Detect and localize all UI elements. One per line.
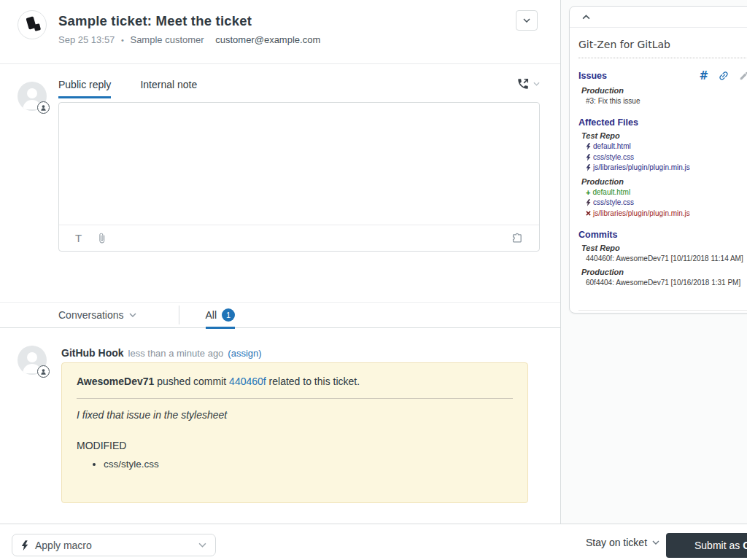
modified-file: css/style.css xyxy=(104,459,513,470)
submit-button[interactable]: Submit as Open xyxy=(666,533,747,558)
page-title: Sample ticket: Meet the ticket xyxy=(58,13,320,29)
ticket-meta: Sep 25 13:57 • Sample customer customer@… xyxy=(58,34,320,45)
comment-timestamp: less than a minute ago xyxy=(128,348,224,359)
app-title: Git-Zen for GitLab xyxy=(578,36,747,58)
modified-bolt-icon xyxy=(586,199,591,206)
chevron-down-icon xyxy=(198,542,206,548)
filter-tab-all[interactable]: All 1 xyxy=(206,302,236,328)
affected-file-link[interactable]: js/libraries/plugin/plugin.min.js xyxy=(586,163,747,174)
modified-file-list: css/style.css xyxy=(104,459,513,470)
chevron-down-icon xyxy=(523,18,530,23)
commits-repo-name: Test Repo xyxy=(581,244,747,252)
commits-repo-name: Production xyxy=(581,268,747,276)
agent-avatar xyxy=(18,82,47,111)
filter-all-label: All xyxy=(206,309,217,321)
affected-file-link[interactable]: + default.html xyxy=(586,187,747,198)
ticket-footer: Apply macro Stay on ticket Submit as Ope… xyxy=(0,524,747,560)
added-plus-icon: + xyxy=(586,189,590,196)
ticket-logo-icon xyxy=(18,11,46,39)
attachment-button[interactable] xyxy=(96,232,107,244)
conversations-label: Conversations xyxy=(58,309,124,321)
apps-button[interactable] xyxy=(511,232,523,244)
stay-on-ticket-label: Stay on ticket xyxy=(586,537,647,548)
comment-avatar xyxy=(18,346,47,375)
affected-file-link[interactable]: js/libraries/plugin/plugin.min.js xyxy=(586,209,747,219)
files-repo-name: Test Repo xyxy=(581,131,747,140)
requester-email: customer@example.com xyxy=(215,34,320,45)
commit-item: 60f4404: AwesomeDev71 [10/16/2018 1:31 P… xyxy=(586,278,747,288)
reply-textarea[interactable] xyxy=(59,103,539,225)
paperclip-icon xyxy=(96,232,107,244)
composer-toolbar: T xyxy=(59,225,539,251)
requester-name: Sample customer xyxy=(130,34,204,45)
chevron-down-icon xyxy=(129,313,136,317)
apply-macro-select[interactable]: Apply macro xyxy=(12,534,216,556)
divider xyxy=(179,306,179,324)
modified-bolt-icon xyxy=(586,164,591,171)
assign-link[interactable]: (assign) xyxy=(228,348,261,359)
affected-files-heading: Affected Files xyxy=(578,117,638,128)
issue-item: #3: Fix this issue xyxy=(586,96,747,106)
link-issue-button[interactable] xyxy=(716,68,732,85)
submit-status: Open xyxy=(743,540,747,551)
affected-file-link[interactable]: default.html xyxy=(586,141,747,152)
chevron-down-icon xyxy=(652,540,659,545)
text-format-button[interactable]: T xyxy=(75,232,82,244)
comment-header: GitHub Hook less than a minute ago (assi… xyxy=(61,347,262,359)
note-divider xyxy=(77,398,513,399)
chevron-down-icon xyxy=(533,82,540,86)
internal-note-card: AwesomeDev71 pushed commit 440460f relat… xyxy=(61,362,528,503)
comment-author: GitHub Hook xyxy=(61,347,124,359)
call-customer-button[interactable] xyxy=(516,76,540,90)
commit-message: I fixed that issue in the stylesheet xyxy=(77,409,513,421)
app-root: Sample ticket: Meet the ticket Sep 25 13… xyxy=(0,0,747,560)
issue-repo-name: Production xyxy=(581,86,747,95)
commit-item: 440460f: AwesomeDev71 [10/11/2018 11:14 … xyxy=(586,254,747,264)
removed-x-icon xyxy=(586,211,591,216)
reply-editor: T xyxy=(58,102,540,252)
affected-file-link[interactable]: css/style.css xyxy=(586,198,747,209)
ticket-main: Sample ticket: Meet the ticket Sep 25 13… xyxy=(0,0,561,524)
call-forward-icon xyxy=(516,77,530,90)
macro-lightning-icon xyxy=(21,540,28,551)
stay-on-ticket-dropdown[interactable]: Stay on ticket xyxy=(586,524,659,560)
note-summary: AwesomeDev71 pushed commit 440460f relat… xyxy=(77,376,513,387)
tab-public-reply[interactable]: Public reply xyxy=(58,76,111,98)
composer-tabs: Public reply Internal note xyxy=(58,76,540,99)
files-repo-name: Production xyxy=(581,177,747,186)
conversations-bar: Conversations All 1 xyxy=(0,302,560,328)
app-copyright: ©2018 git-zen.com xyxy=(578,310,747,314)
modified-bolt-icon xyxy=(586,154,591,161)
issues-heading: Issues xyxy=(578,71,607,81)
conversation-count-badge: 1 xyxy=(222,308,235,322)
gitzen-app-card: Git-Zen for GitLab Issues # Production xyxy=(569,6,747,314)
tab-internal-note[interactable]: Internal note xyxy=(140,76,197,98)
commits-heading: Commits xyxy=(578,230,617,240)
ticket-timestamp: Sep 25 13:57 xyxy=(58,34,115,45)
end-user-badge-icon xyxy=(37,101,50,114)
conversations-dropdown[interactable]: Conversations xyxy=(58,309,136,321)
apply-macro-label: Apply macro xyxy=(35,540,92,551)
meta-separator: • xyxy=(121,36,124,44)
modified-bolt-icon xyxy=(586,143,591,150)
modified-label: MODIFIED xyxy=(77,440,513,451)
apps-sidebar: Git-Zen for GitLab Issues # Production xyxy=(561,0,747,524)
ticket-avatar xyxy=(18,10,47,39)
apps-stamp-icon xyxy=(511,232,523,244)
affected-file-link[interactable]: css/style.css xyxy=(586,152,747,163)
note-author: AwesomeDev71 xyxy=(77,376,154,387)
ticket-options-button[interactable] xyxy=(516,10,538,31)
collapse-app-button[interactable] xyxy=(570,7,747,28)
end-user-badge-icon xyxy=(37,365,50,378)
edit-issue-button[interactable] xyxy=(739,71,747,81)
chevron-up-icon xyxy=(582,15,590,20)
ticket-header: Sample ticket: Meet the ticket Sep 25 13… xyxy=(0,0,560,64)
link-issue-number-button[interactable]: # xyxy=(699,69,708,82)
commit-link[interactable]: 440460f xyxy=(229,376,266,387)
